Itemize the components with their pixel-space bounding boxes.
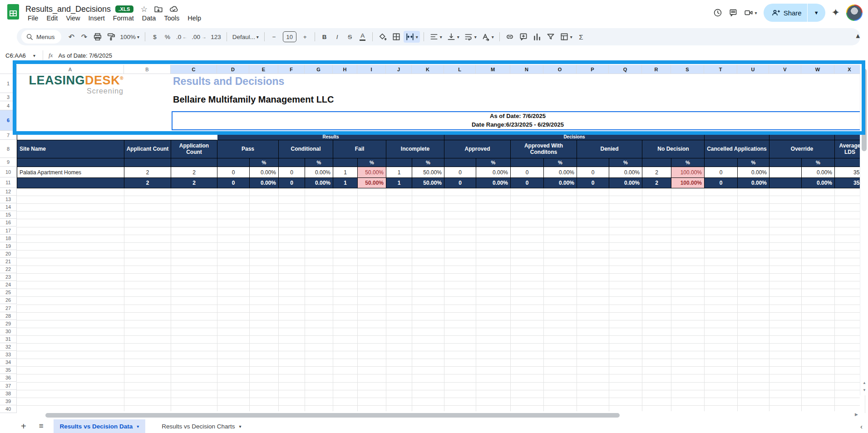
italic-button[interactable]: I [331,31,343,43]
search-menus-button[interactable]: Menus [21,30,61,44]
format-currency-button[interactable]: $ [149,31,161,43]
row-header-27[interactable]: 27 [0,305,17,312]
insert-chart-button[interactable] [531,31,543,43]
menu-file[interactable]: File [24,14,42,23]
totals-row-cell[interactable]: 0.00% [802,178,835,188]
tab2-caret-icon[interactable]: ▾ [239,424,242,429]
row-header-38[interactable]: 38 [0,390,17,398]
row-header-23[interactable]: 23 [0,273,17,281]
row-header-11[interactable]: 11 [0,177,17,188]
header-conditional[interactable]: Conditional [279,140,333,158]
row-header-35[interactable]: 35 [0,366,17,374]
column-header-G[interactable]: G [305,65,333,74]
column-header-F[interactable]: F [278,65,305,74]
column-header-K[interactable]: K [412,65,444,74]
row-header-24[interactable]: 24 [0,281,17,289]
totals-row-cell[interactable]: 2 [171,178,217,188]
add-sheet-button[interactable]: + [21,421,26,432]
totals-row-cell[interactable] [769,178,802,188]
report-title-cell[interactable]: Results and Decisions [173,75,284,88]
row-header-40[interactable]: 40 [0,405,17,413]
totals-row-cell[interactable]: 0 [444,178,476,188]
site-row-site[interactable]: Palatia Apartment Homes [17,167,124,178]
column-header-A[interactable]: A [17,65,124,74]
column-header-W[interactable]: W [801,65,834,74]
header-application-count[interactable]: Application Count [171,140,217,158]
totals-row-cell[interactable]: 0.00% [738,178,769,188]
tab-results-vs-decision-charts[interactable]: Results vs Decision Charts▾ [155,419,247,433]
column-header-O[interactable]: O [543,65,577,74]
gemini-sparkle-icon[interactable]: ✦ [832,8,840,18]
site-row-cell[interactable]: 0 [279,167,305,178]
percent-label[interactable]: % [358,158,386,167]
row-header-28[interactable]: 28 [0,312,17,320]
site-row-cell[interactable]: 0.00% [544,167,577,178]
row-header-7[interactable]: 7 [0,131,17,140]
row-header-33[interactable]: 33 [0,351,17,359]
merge-cells-button[interactable]: ▾ [404,31,420,43]
row-header-37[interactable]: 37 [0,382,17,390]
share-button[interactable]: Share ▼ [764,4,825,22]
row-header-16[interactable]: 16 [0,219,17,226]
header-pass[interactable]: Pass [217,140,279,158]
menu-insert[interactable]: Insert [84,14,109,23]
insert-link-button[interactable] [503,31,516,43]
header-site-name[interactable]: Site Name [17,140,124,158]
row-header-25[interactable]: 25 [0,289,17,296]
totals-row-cell[interactable]: 0 [279,178,305,188]
site-row-cell[interactable]: 0 [577,167,609,178]
header-denied[interactable]: Denied [577,140,642,158]
meet-button[interactable]: ▾ [744,8,757,17]
menu-data[interactable]: Data [138,14,160,23]
row-header-10[interactable]: 10 [0,167,17,177]
header-approved[interactable]: Approved [444,140,511,158]
format-percent-button[interactable]: % [162,31,173,43]
percent-label[interactable]: % [476,158,511,167]
site-row-cell[interactable]: 0 [444,167,476,178]
row-header-22[interactable]: 22 [0,266,17,273]
site-row-cell[interactable]: 0.00% [738,167,769,178]
percent-label[interactable]: % [802,158,835,167]
row-header-30[interactable]: 30 [0,328,17,335]
undo-button[interactable]: ↶ [66,31,78,43]
site-row-cell[interactable]: 0.00% [250,167,279,178]
scroll-down-button[interactable]: ▼ [860,386,868,394]
font-size-input[interactable]: 10 [283,31,296,42]
comment-history-icon[interactable] [729,8,738,17]
header-incomplete[interactable]: Incomplete [386,140,444,158]
move-folder-icon[interactable] [154,5,163,14]
redo-button[interactable]: ↷ [79,31,90,43]
totals-row-cell[interactable]: 0.00% [609,178,642,188]
all-sheets-button[interactable]: ≡ [39,422,44,431]
header-cancelled-applications[interactable]: Cancelled Applications [705,140,769,158]
totals-row-cell[interactable]: 0 [577,178,609,188]
font-family-select[interactable]: Defaul...▾ [231,31,261,43]
column-header-I[interactable]: I [357,65,386,74]
row-header-17[interactable]: 17 [0,227,17,235]
strikethrough-button[interactable]: S [344,31,356,43]
header-approved-with-conditons[interactable]: Approved With Conditons [511,140,577,158]
column-header-R[interactable]: R [642,65,671,74]
site-row-cell[interactable]: 2 [642,167,671,178]
table-views-button[interactable]: ▾ [558,31,574,43]
row-header-34[interactable]: 34 [0,359,17,366]
site-row-cell[interactable]: 0.00% [802,167,835,178]
totals-row-cell[interactable]: 0 [705,178,738,188]
column-header-C[interactable]: C [171,65,217,74]
totals-row-cell[interactable]: 2 [642,178,671,188]
totals-row-cell[interactable]: 100.00% [671,178,705,188]
row-header-15[interactable]: 15 [0,211,17,219]
menu-help[interactable]: Help [183,14,205,23]
increase-font-size-button[interactable]: + [299,31,311,43]
row-header-6[interactable]: 6 [0,110,17,131]
row-header-3[interactable]: 3 [0,93,17,101]
formula-input[interactable]: As of Date: 7/6/2025 [58,52,112,59]
row-header-12[interactable]: 12 [0,188,17,196]
totals-row-cell[interactable]: 50.00% [412,178,444,188]
header-override[interactable]: Override [769,140,835,158]
column-header-E[interactable]: E [249,65,278,74]
site-row-cell[interactable]: 0 [705,167,738,178]
text-rotation-button[interactable]: ▾ [479,31,496,43]
row-header-20[interactable]: 20 [0,250,17,258]
row-header-26[interactable]: 26 [0,296,17,304]
